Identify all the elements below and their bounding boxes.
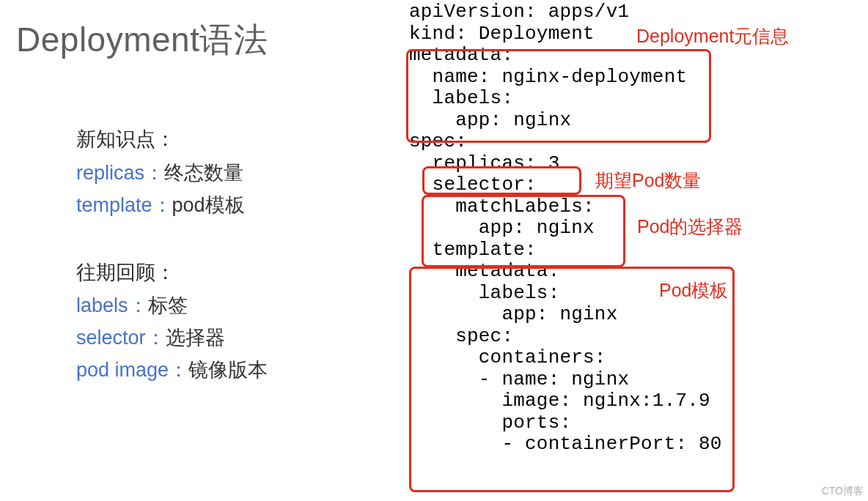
kv-podimage: pod image：镜像版本 (76, 355, 268, 386)
kv-key: template： (76, 194, 172, 216)
slide: Deployment语法 新知识点： replicas：终态数量 templat… (0, 0, 868, 501)
kv-key: labels： (76, 294, 148, 316)
left-column: 新知识点： replicas：终态数量 template：pod模板 往期回顾：… (76, 125, 268, 387)
kv-key: selector： (76, 327, 166, 349)
kv-val: 镜像版本 (188, 359, 268, 381)
kv-selector: selector：选择器 (76, 323, 268, 354)
annotation-selector: Pod的选择器 (637, 215, 743, 239)
kv-key: pod image： (76, 359, 188, 381)
slide-title: Deployment语法 (16, 18, 268, 63)
kv-template: template：pod模板 (76, 190, 268, 221)
kv-key: replicas： (76, 162, 164, 184)
kv-val: 标签 (148, 294, 188, 316)
section-review-title: 往期回顾： (76, 258, 268, 289)
kv-val: 选择器 (166, 327, 225, 349)
kv-replicas: replicas：终态数量 (76, 158, 268, 189)
kv-val: pod模板 (172, 194, 245, 216)
annotation-replicas: 期望Pod数量 (595, 168, 701, 193)
annotation-template: Pod模板 (659, 278, 728, 303)
kv-labels: labels：标签 (76, 291, 268, 322)
kv-val: 终态数量 (164, 162, 243, 184)
watermark-text: CTO博客 (822, 485, 864, 498)
section-new-title: 新知识点： (76, 125, 268, 155)
annotation-metadata: Deployment元信息 (636, 24, 789, 48)
